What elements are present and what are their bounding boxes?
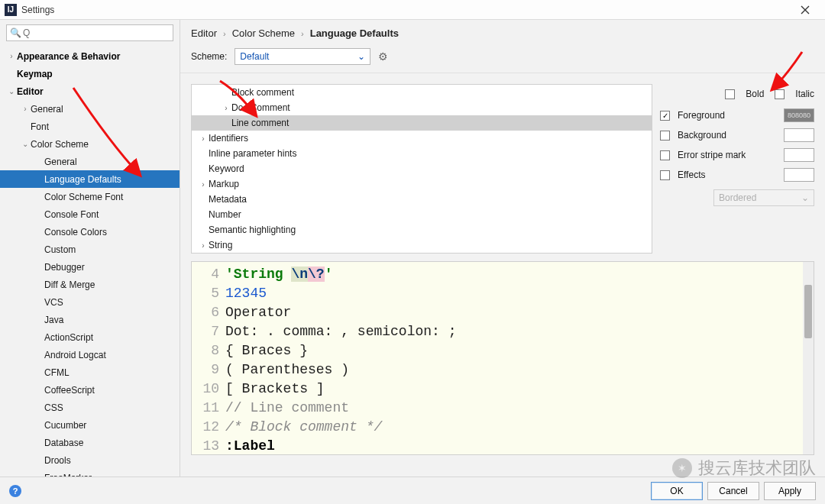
- gear-icon[interactable]: ⚙: [378, 50, 388, 63]
- sidebar-item-color-scheme-font[interactable]: Color Scheme Font: [0, 188, 180, 205]
- element-label: Identifiers: [209, 133, 248, 144]
- gutter-number: 10: [192, 380, 225, 399]
- effects-checkbox[interactable]: [660, 170, 670, 180]
- code-line: 6Operator: [192, 303, 814, 322]
- gutter-number: 7: [192, 322, 225, 341]
- sidebar-item-label: Language Defaults: [44, 174, 121, 185]
- preview-pane[interactable]: ✔ 4'String \n\?'5123456Operator7Dot: . c…: [191, 261, 814, 455]
- settings-tree[interactable]: ›Appearance & BehaviorKeymap⌄Editor›Gene…: [0, 46, 180, 477]
- breadcrumb-editor[interactable]: Editor: [191, 27, 217, 39]
- sidebar-item-console-colors[interactable]: Console Colors: [0, 223, 180, 241]
- close-icon: [801, 5, 810, 15]
- attributes-panel: Bold Italic Foreground 808080 Background: [660, 84, 814, 254]
- sidebar-item-debugger[interactable]: Debugger: [0, 258, 180, 276]
- italic-checkbox[interactable]: [775, 89, 785, 99]
- sidebar-item-label: Editor: [17, 86, 44, 97]
- gutter-number: 11: [192, 399, 225, 418]
- foreground-checkbox[interactable]: [660, 111, 670, 121]
- search-input[interactable]: [23, 27, 170, 38]
- element-markup[interactable]: ›Markup: [192, 176, 652, 192]
- element-keyword[interactable]: Keyword: [192, 161, 652, 176]
- element-doc-comment[interactable]: ›Doc Comment: [192, 100, 652, 115]
- background-color-chip[interactable]: [784, 128, 814, 142]
- close-button[interactable]: [788, 0, 822, 20]
- element-semantic-highlighting[interactable]: Semantic highlighting: [192, 222, 652, 237]
- effects-label: Effects: [675, 170, 779, 180]
- element-number[interactable]: Number: [192, 207, 652, 222]
- window-title: Settings: [21, 5, 54, 15]
- sidebar-item-appearance-behavior[interactable]: ›Appearance & Behavior: [0, 47, 180, 65]
- element-string[interactable]: ›String: [192, 237, 652, 253]
- chevron-down-icon: ⌄: [20, 140, 31, 148]
- sidebar-item-freemarker[interactable]: FreeMarker: [0, 469, 180, 477]
- sidebar-item-actionscript[interactable]: ActionScript: [0, 328, 180, 346]
- sidebar-item-cfml[interactable]: CFML: [0, 363, 180, 381]
- element-line-comment[interactable]: Line comment: [192, 115, 652, 131]
- chevron-right-icon: ›: [301, 29, 304, 38]
- sidebar-item-font[interactable]: Font: [0, 118, 180, 135]
- sidebar-item-css[interactable]: CSS: [0, 399, 180, 416]
- breadcrumb-color-scheme[interactable]: Color Scheme: [232, 27, 295, 39]
- foreground-label: Foreground: [675, 110, 779, 121]
- code-content: 12345: [225, 284, 267, 303]
- sidebar-item-label: CoffeeScript: [44, 385, 95, 396]
- errorstripe-checkbox[interactable]: [660, 150, 670, 160]
- element-inline-parameter-hints[interactable]: Inline parameter hints: [192, 146, 652, 161]
- sidebar-item-cucumber[interactable]: Cucumber: [0, 416, 180, 434]
- chevron-right-icon: ›: [223, 29, 226, 38]
- sidebar-item-database[interactable]: Database: [0, 434, 180, 451]
- element-label: String: [209, 240, 232, 250]
- gutter-number: 8: [192, 341, 225, 360]
- element-template-language[interactable]: Template language: [192, 253, 652, 254]
- titlebar: IJ Settings: [0, 0, 825, 20]
- background-checkbox[interactable]: [660, 131, 670, 141]
- search-box[interactable]: 🔍: [6, 24, 173, 41]
- errorstripe-color-chip[interactable]: [784, 148, 814, 162]
- element-label: Doc Comment: [231, 102, 290, 113]
- sidebar-item-diff-merge[interactable]: Diff & Merge: [0, 276, 180, 293]
- code-content: :Label: [225, 437, 275, 455]
- apply-button[interactable]: Apply: [764, 482, 816, 500]
- scheme-bar: Scheme: Default ⌄ ⚙: [180, 47, 825, 73]
- element-identifiers[interactable]: ›Identifiers: [192, 131, 652, 146]
- sidebar-item-android-logcat[interactable]: Android Logcat: [0, 346, 180, 363]
- breadcrumb: Editor › Color Scheme › Language Default…: [180, 20, 825, 47]
- sidebar-item-label: Debugger: [44, 262, 85, 273]
- element-label: Metadata: [209, 194, 247, 205]
- element-label: Semantic highlighting: [209, 225, 296, 235]
- sidebar-item-label: Database: [44, 438, 83, 448]
- sidebar-item-keymap[interactable]: Keymap: [0, 65, 180, 82]
- sidebar-item-java[interactable]: Java: [0, 311, 180, 328]
- footer: ? OK Cancel Apply: [0, 477, 825, 504]
- sidebar-item-editor[interactable]: ⌄Editor: [0, 82, 180, 100]
- sidebar-item-console-font[interactable]: Console Font: [0, 205, 180, 223]
- sidebar-item-custom[interactable]: Custom: [0, 241, 180, 258]
- scheme-select[interactable]: Default ⌄: [235, 48, 370, 65]
- bold-checkbox[interactable]: [725, 89, 735, 99]
- gutter-number: 5: [192, 284, 225, 303]
- gutter-number: 13: [192, 437, 225, 455]
- scrollbar-thumb[interactable]: [804, 285, 812, 338]
- ok-button[interactable]: OK: [651, 482, 703, 500]
- sidebar-item-color-scheme[interactable]: ⌄Color Scheme: [0, 135, 180, 153]
- search-icon: 🔍: [10, 27, 21, 38]
- scrollbar[interactable]: [803, 262, 814, 454]
- help-icon[interactable]: ?: [9, 485, 21, 497]
- chevron-down-icon: ⌄: [801, 192, 809, 203]
- sidebar-item-coffeescript[interactable]: CoffeeScript: [0, 381, 180, 399]
- sidebar-item-label: General: [31, 104, 63, 115]
- effects-color-chip[interactable]: [784, 168, 814, 182]
- sidebar-item-general[interactable]: General: [0, 153, 180, 170]
- sidebar-item-drools[interactable]: Drools: [0, 451, 180, 469]
- foreground-color-chip[interactable]: 808080: [784, 108, 814, 122]
- sidebar-item-general[interactable]: ›General: [0, 100, 180, 118]
- element-list[interactable]: Block comment›Doc CommentLine comment›Id…: [191, 84, 652, 254]
- gutter-number: 4: [192, 265, 225, 284]
- cancel-button[interactable]: Cancel: [707, 482, 759, 500]
- sidebar-item-language-defaults[interactable]: Language Defaults: [0, 170, 180, 188]
- sidebar-item-vcs[interactable]: VCS: [0, 293, 180, 311]
- gutter-number: 9: [192, 360, 225, 380]
- element-metadata[interactable]: Metadata: [192, 192, 652, 207]
- element-block-comment[interactable]: Block comment: [192, 85, 652, 100]
- breadcrumb-current: Language Defaults: [310, 27, 399, 39]
